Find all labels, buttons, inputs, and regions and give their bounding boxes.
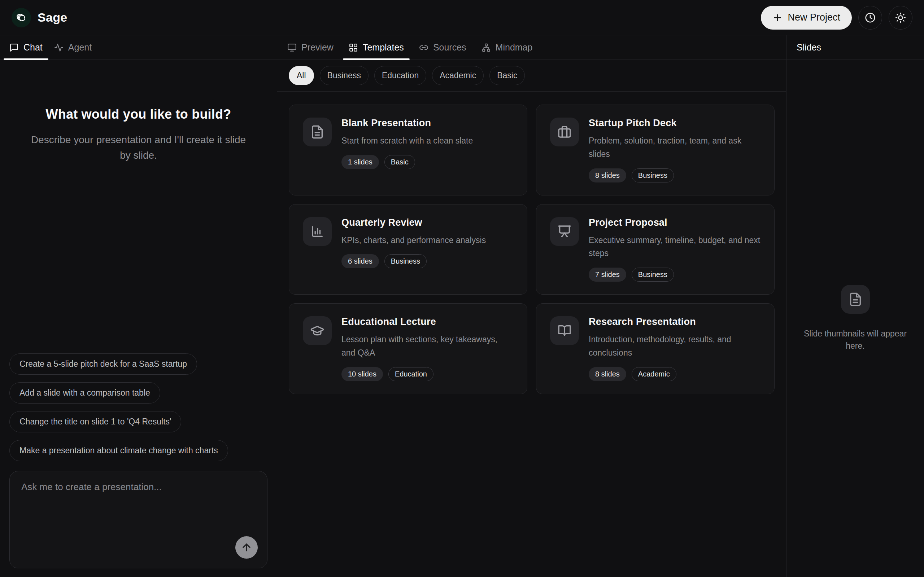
card-title: Project Proposal (589, 217, 761, 228)
composer-input[interactable] (10, 471, 267, 568)
slides-panel-header: Slides (787, 35, 924, 60)
slides-count-badge: 6 slides (341, 254, 379, 268)
filter-business[interactable]: Business (320, 66, 368, 85)
tab-sources[interactable]: Sources (413, 35, 472, 60)
card-title: Startup Pitch Deck (589, 118, 761, 129)
card-description: Problem, solution, traction, team, and a… (589, 134, 761, 161)
card-body: Blank Presentation Start from scratch wi… (341, 118, 513, 169)
category-badge: Business (384, 254, 426, 268)
card-body: Educational Lecture Lesson plan with sec… (341, 316, 513, 381)
slides-count-badge: 8 slides (589, 168, 626, 182)
new-project-label: New Project (788, 12, 840, 23)
suggestion-chips: Create a 5-slide pitch deck for a SaaS s… (0, 353, 277, 461)
slides-empty-tile (841, 285, 870, 314)
file-text-icon (848, 292, 863, 306)
filter-basic[interactable]: Basic (489, 66, 525, 85)
category-badge: Academic (632, 367, 677, 381)
grid-icon (349, 43, 358, 52)
card-body: Quarterly Review KPIs, charts, and perfo… (341, 217, 513, 269)
app-window: Sage New Project (0, 0, 924, 577)
card-description: Introduction, methodology, results, and … (589, 333, 761, 359)
theme-toggle-button[interactable] (888, 6, 913, 29)
card-body: Startup Pitch Deck Problem, solution, tr… (589, 118, 761, 182)
file-text-icon (310, 125, 325, 139)
card-icon-tile (550, 217, 579, 246)
tab-mindmap[interactable]: Mindmap (476, 35, 538, 60)
suggestion-chip[interactable]: Make a presentation about climate change… (10, 440, 228, 461)
tab-templates-label: Templates (363, 42, 404, 53)
card-title: Educational Lecture (341, 316, 513, 327)
card-title: Research Presentation (589, 316, 761, 327)
clock-icon (864, 12, 876, 23)
card-badges: 8 slides Business (589, 168, 761, 182)
slides-count-badge: 1 slides (341, 155, 379, 169)
tab-preview[interactable]: Preview (281, 35, 339, 60)
main-layout: Chat Agent What would you like to build?… (0, 35, 924, 577)
suggestion-chip[interactable]: Change the title on slide 1 to 'Q4 Resul… (10, 411, 181, 432)
message-composer (10, 471, 267, 568)
app-title: Sage (37, 10, 67, 24)
flex-spacer (0, 163, 277, 353)
template-card-quarterly-review[interactable]: Quarterly Review KPIs, charts, and perfo… (289, 204, 527, 295)
slides-panel: Slides Slide thumbnails will appear here… (786, 35, 924, 577)
card-badges: 7 slides Business (589, 268, 761, 282)
monitor-icon (287, 43, 297, 52)
chat-panel: Chat Agent What would you like to build?… (0, 35, 277, 577)
card-description: Start from scratch with a clean slate (341, 134, 513, 148)
top-bar: Sage New Project (0, 0, 924, 35)
layers-stack-icon (16, 12, 27, 23)
tab-agent[interactable]: Agent (48, 35, 97, 60)
activity-pulse-icon (54, 43, 63, 52)
card-title: Blank Presentation (341, 118, 513, 129)
filter-academic[interactable]: Academic (432, 66, 484, 85)
card-description: KPIs, charts, and performance analysis (341, 234, 513, 247)
presentation-board-icon (557, 224, 572, 239)
slides-panel-title: Slides (796, 42, 821, 53)
plus-icon (772, 13, 782, 23)
card-body: Research Presentation Introduction, meth… (589, 316, 761, 381)
tab-chat-label: Chat (23, 42, 43, 53)
card-icon-tile (303, 217, 332, 246)
briefcase-icon (557, 125, 572, 139)
tab-mindmap-label: Mindmap (496, 42, 533, 53)
slides-count-badge: 7 slides (589, 268, 626, 282)
slides-count-badge: 8 slides (589, 367, 626, 381)
suggestion-chip[interactable]: Create a 5-slide pitch deck for a SaaS s… (10, 353, 197, 375)
card-icon-tile (550, 316, 579, 345)
new-project-button[interactable]: New Project (761, 6, 852, 29)
link-icon (419, 43, 428, 52)
topbar-actions: New Project (761, 6, 913, 29)
app-logo (11, 8, 31, 27)
tab-agent-label: Agent (68, 42, 92, 53)
chat-panel-tabs: Chat Agent (0, 35, 277, 60)
workspace-tabs: Preview Templates Sources (277, 35, 786, 60)
template-card-educational-lecture[interactable]: Educational Lecture Lesson plan with sec… (289, 303, 527, 394)
filter-education[interactable]: Education (374, 66, 426, 85)
tab-chat[interactable]: Chat (3, 35, 48, 60)
send-button[interactable] (235, 536, 258, 559)
template-card-blank-presentation[interactable]: Blank Presentation Start from scratch wi… (289, 105, 527, 195)
book-open-icon (557, 324, 572, 338)
card-title: Quarterly Review (341, 217, 513, 228)
template-card-research-presentation[interactable]: Research Presentation Introduction, meth… (536, 303, 775, 394)
slides-count-badge: 10 slides (341, 367, 383, 381)
graduation-cap-icon (310, 324, 325, 338)
suggestion-chip[interactable]: Add a slide with a comparison table (10, 382, 160, 403)
tab-templates[interactable]: Templates (343, 35, 410, 60)
mindmap-network-icon (481, 43, 491, 52)
history-button[interactable] (858, 6, 882, 29)
template-card-startup-pitch-deck[interactable]: Startup Pitch Deck Problem, solution, tr… (536, 105, 775, 195)
workspace-panel: Preview Templates Sources (277, 35, 786, 577)
tab-preview-label: Preview (301, 42, 333, 53)
bar-chart-icon (310, 224, 325, 239)
card-description: Lesson plan with sections, key takeaways… (341, 333, 513, 359)
card-icon-tile (550, 118, 579, 147)
card-body: Project Proposal Executive summary, time… (589, 217, 761, 282)
template-card-project-proposal[interactable]: Project Proposal Executive summary, time… (536, 204, 775, 295)
card-description: Executive summary, timeline, budget, and… (589, 234, 761, 260)
slides-empty-state: Slide thumbnails will appear here. (787, 60, 924, 577)
category-badge: Business (632, 168, 674, 182)
filter-all[interactable]: All (289, 66, 314, 85)
card-badges: 8 slides Academic (589, 367, 761, 381)
card-badges: 6 slides Business (341, 254, 513, 268)
